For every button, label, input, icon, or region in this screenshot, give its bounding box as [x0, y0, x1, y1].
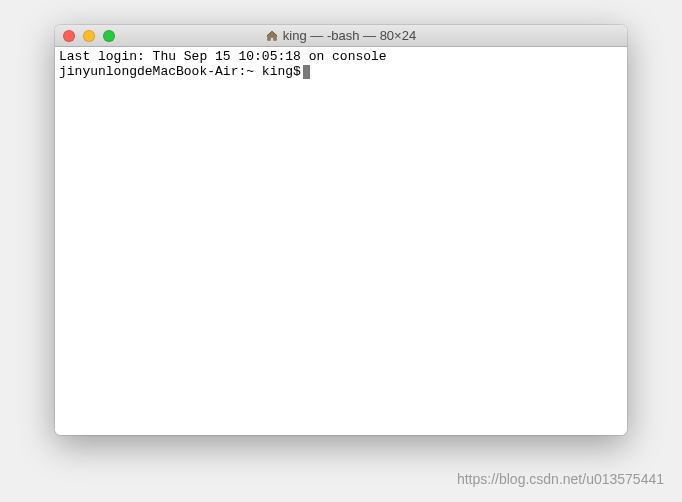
- minimize-button[interactable]: [83, 30, 95, 42]
- terminal-content[interactable]: Last login: Thu Sep 15 10:05:18 on conso…: [55, 47, 627, 435]
- window-title: king — -bash — 80×24: [55, 28, 627, 43]
- maximize-button[interactable]: [103, 30, 115, 42]
- window-titlebar[interactable]: king — -bash — 80×24: [55, 25, 627, 47]
- window-title-text: king — -bash — 80×24: [283, 28, 416, 43]
- close-button[interactable]: [63, 30, 75, 42]
- last-login-line: Last login: Thu Sep 15 10:05:18 on conso…: [59, 49, 623, 64]
- terminal-window: king — -bash — 80×24 Last login: Thu Sep…: [55, 25, 627, 435]
- traffic-lights: [55, 30, 115, 42]
- home-icon: [266, 30, 278, 42]
- cursor: [303, 65, 310, 79]
- watermark-text: https://blog.csdn.net/u013575441: [457, 471, 664, 487]
- shell-prompt: jinyunlongdeMacBook-Air:~ king$: [59, 64, 301, 79]
- prompt-line: jinyunlongdeMacBook-Air:~ king$: [59, 64, 623, 79]
